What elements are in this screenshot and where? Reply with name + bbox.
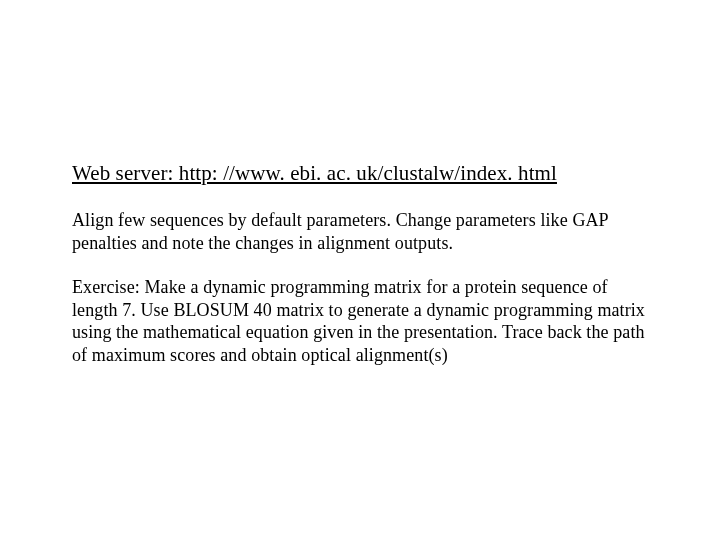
slide-container: Web server: http: //www. ebi. ac. uk/clu… [0, 0, 720, 540]
slide-paragraph-1: Align few sequences by default parameter… [72, 209, 650, 254]
slide-paragraph-2: Exercise: Make a dynamic programming mat… [72, 276, 650, 366]
slide-heading: Web server: http: //www. ebi. ac. uk/clu… [72, 160, 650, 187]
